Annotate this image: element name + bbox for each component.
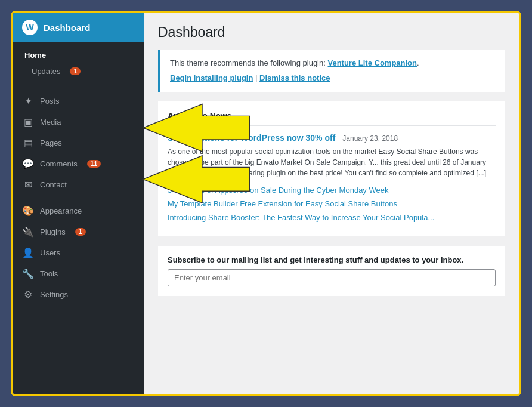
sidebar-comments-label: Comments [40,159,78,168]
notice-text: This theme recommends the following plug… [170,57,496,70]
sidebar-tools-label: Tools [40,269,58,278]
news-section-title: AppsCreo News [168,111,496,126]
sidebar-updates-label: Updates [32,67,60,76]
dismiss-notice-link[interactable]: Dismiss this notice [259,73,330,82]
sidebar-pages-label: Pages [40,138,62,147]
sidebar-title: Dashboard [44,23,90,33]
news-item-header: Share Buttons for WordPress now 30% off … [168,133,496,143]
sidebar-header[interactable]: W Dashboard [13,13,144,42]
updates-badge: 1 [70,67,81,75]
install-plugin-link[interactable]: Begin installing plugin [170,73,253,82]
plugin-link[interactable]: Venture Lite Companion [327,58,417,67]
media-icon: ▣ [22,116,34,128]
sidebar-users-label: Users [40,248,60,257]
sidebar-item-settings[interactable]: ⚙ Settings [13,284,144,305]
sidebar-plugins-label: Plugins [40,227,66,236]
sidebar: W Dashboard Home Updates 1 ✦ Posts [13,13,144,394]
sidebar-item-comments[interactable]: 💬 Comments 11 [13,153,144,174]
wordpress-window: W Dashboard Home Updates 1 ✦ Posts [11,11,521,396]
news-item: Share Buttons for WordPress now 30% off … [168,133,496,178]
news-section: AppsCreo News Share Buttons for WordPres… [158,101,505,236]
comments-icon: 💬 [22,158,34,169]
sidebar-contact-label: Contact [40,180,67,189]
settings-icon: ⚙ [22,289,34,300]
news-item-date: January 23, 2018 [342,134,398,143]
news-link-1[interactable]: 3 Products of Appscreo on Sale During th… [168,186,496,195]
posts-icon: ✦ [22,95,34,107]
news-link-2[interactable]: My Template Builder Free Extension for E… [168,199,496,208]
main-content: Dashboard This theme recommends the foll… [144,13,519,394]
sidebar-home-label: Home [24,51,46,60]
news-item-excerpt: As one of the most popular social optimi… [168,146,496,178]
sidebar-item-updates[interactable]: Updates 1 [13,62,144,81]
sidebar-item-home[interactable]: Home [13,47,144,62]
notice-box: This theme recommends the following plug… [158,50,505,92]
sidebar-item-pages[interactable]: ▤ Pages [13,132,144,153]
appearance-icon: 🎨 [22,205,34,217]
page-title: Dashboard [158,24,505,41]
subscribe-text: Subscribe to our mailing list and get in… [168,255,496,264]
sidebar-item-contact[interactable]: ✉ Contact [13,174,144,195]
email-input[interactable] [168,269,496,286]
tools-icon: 🔧 [22,268,34,279]
sidebar-item-plugins[interactable]: 🔌 Plugins 1 [13,221,144,242]
sidebar-home-section: Home Updates 1 [13,42,144,85]
sidebar-item-posts[interactable]: ✦ Posts [13,91,144,112]
sidebar-item-media[interactable]: ▣ Media [13,112,144,132]
news-item-title[interactable]: Share Buttons for WordPress now 30% off [168,133,335,143]
sidebar-item-appearance[interactable]: 🎨 Appearance [13,201,144,221]
sidebar-item-tools[interactable]: 🔧 Tools [13,263,144,284]
news-link-3[interactable]: Introducing Share Booster: The Fastest W… [168,213,496,222]
notice-prefix: This theme recommends the following plug… [170,58,327,67]
sidebar-appearance-label: Appearance [40,206,82,215]
wp-logo-icon: W [22,20,38,35]
contact-icon: ✉ [22,179,34,190]
wp-layout: W Dashboard Home Updates 1 ✦ Posts [13,13,519,394]
subscribe-section: Subscribe to our mailing list and get in… [158,246,505,296]
users-icon: 👤 [22,247,34,258]
notice-links: Begin installing plugin | Dismiss this n… [170,72,496,85]
sidebar-media-label: Media [40,118,61,127]
plugins-icon: 🔌 [22,226,34,238]
comments-badge: 11 [87,160,101,168]
plugins-badge: 1 [75,228,86,236]
sidebar-settings-label: Settings [40,290,68,299]
sidebar-item-users[interactable]: 👤 Users [13,242,144,263]
sidebar-posts-label: Posts [40,97,60,106]
pages-icon: ▤ [22,137,34,149]
notice-separator: | [255,73,259,82]
